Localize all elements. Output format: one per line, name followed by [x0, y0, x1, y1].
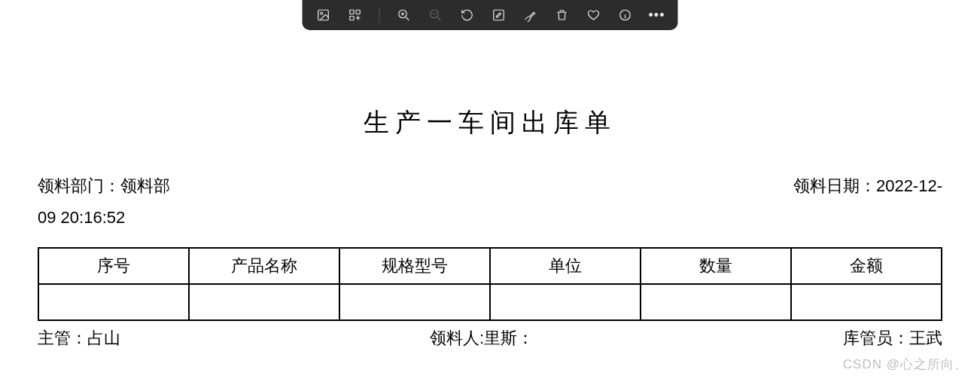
col-spec: 规格型号: [339, 248, 490, 284]
dept-label: 领料部门: [38, 176, 120, 195]
meta-row: 领料部门领料部 领料日期2022-12- 09 20:16:52: [38, 170, 942, 234]
supervisor-value: 占山: [87, 329, 120, 347]
picker-field: 领料人:里斯：: [430, 327, 534, 350]
svg-point-1: [321, 12, 323, 14]
col-product: 产品名称: [189, 248, 339, 284]
col-amount: 金额: [791, 248, 942, 284]
svg-rect-2: [350, 10, 354, 14]
svg-rect-7: [494, 10, 504, 20]
supervisor-label: 主管: [38, 329, 87, 347]
image-icon[interactable]: [316, 8, 331, 23]
table-header-row: 序号 产品名称 规格型号 单位 数量 金额: [38, 248, 942, 284]
toolbar-separator: [379, 8, 380, 23]
keeper-label: 库管员: [843, 329, 909, 347]
date-value: 2022-12-: [876, 176, 942, 195]
keeper-value: 王武: [909, 329, 942, 347]
picker-suffix: ：: [517, 329, 534, 347]
cell: [189, 284, 339, 320]
picker-value: 里斯: [484, 329, 517, 347]
cell: [38, 284, 189, 320]
dept-value: 领料部: [120, 176, 170, 195]
svg-rect-0: [318, 10, 329, 20]
cell: [791, 284, 942, 320]
svg-rect-4: [350, 17, 354, 20]
image-viewer-toolbar: •••: [303, 0, 678, 30]
svg-rect-3: [356, 10, 360, 14]
heart-icon[interactable]: [586, 8, 601, 23]
cell: [490, 284, 641, 320]
col-qty: 数量: [641, 248, 791, 284]
info-icon[interactable]: [618, 8, 633, 23]
outbound-table: 序号 产品名称 规格型号 单位 数量 金额: [38, 247, 942, 321]
cell: [339, 284, 490, 320]
zoom-in-icon[interactable]: [397, 8, 412, 23]
draw-icon[interactable]: [523, 8, 538, 23]
date-value-line2: 09 20:16:52: [38, 208, 125, 227]
trash-icon[interactable]: [555, 8, 570, 23]
keeper-field: 库管员王武: [843, 327, 942, 350]
page-title: 生产一车间出库单: [38, 105, 942, 140]
col-unit: 单位: [490, 248, 641, 284]
more-icon[interactable]: •••: [650, 8, 665, 23]
watermark-text: CSDN @心之所向、: [843, 356, 968, 373]
cell: [641, 284, 791, 320]
date-label: 领料日期: [793, 176, 876, 195]
signatures-row: 主管占山 领料人:里斯： 库管员王武: [38, 326, 942, 351]
supervisor-field: 主管占山: [38, 327, 120, 350]
col-index: 序号: [38, 248, 189, 284]
document-body: 生产一车间出库单 领料部门领料部 领料日期2022-12- 09 20:16:5…: [0, 0, 980, 351]
table-row: [38, 284, 942, 320]
picker-label: 领料人: [430, 329, 479, 347]
rotate-icon[interactable]: [460, 8, 475, 23]
edit-icon[interactable]: [492, 8, 507, 23]
apps-icon[interactable]: [348, 8, 363, 23]
zoom-out-icon[interactable]: [428, 8, 443, 23]
